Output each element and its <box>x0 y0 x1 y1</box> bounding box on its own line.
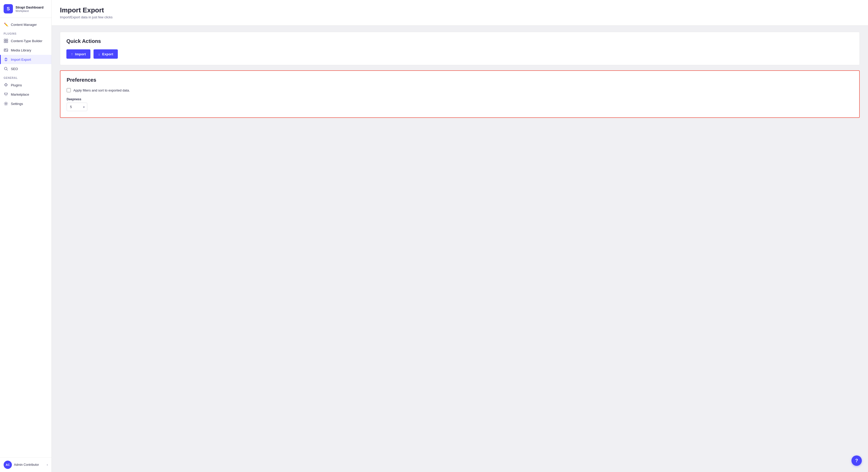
import-export-icon <box>4 57 8 62</box>
help-button[interactable]: ? <box>851 455 862 466</box>
preferences-title: Preferences <box>67 77 853 83</box>
deepness-select-wrapper: 1 2 3 4 5 6 7 8 9 10 ▾ <box>67 102 87 111</box>
media-library-icon <box>4 48 8 53</box>
avatar: AC <box>4 461 12 469</box>
sidebar-item-label: SEO <box>11 67 18 71</box>
sidebar-item-label: Marketplace <box>11 92 29 96</box>
sidebar-footer: AC Admin Contributor ‹ <box>0 457 52 472</box>
import-icon: ↑ <box>71 52 73 56</box>
page-header: Import Export Import/Export data in just… <box>52 0 868 26</box>
action-buttons: ↑ Import ↓ Export <box>66 49 853 59</box>
apply-filters-checkbox[interactable] <box>67 88 71 92</box>
preferences-card: Preferences Apply filters and sort to ex… <box>60 70 860 118</box>
brand-subtitle: Workplace <box>16 9 43 12</box>
sidebar-item-marketplace[interactable]: Marketplace <box>0 90 52 99</box>
deepness-field: Deepness 1 2 3 4 5 6 7 8 9 10 ▾ <box>67 97 853 111</box>
content-type-builder-icon <box>4 38 8 43</box>
quick-actions-card: Quick Actions ↑ Import ↓ Export <box>60 32 860 65</box>
import-button[interactable]: ↑ Import <box>66 49 90 59</box>
sidebar: S Strapi Dashboard Workplace ✏️ Content … <box>0 0 52 472</box>
sidebar-item-media-library[interactable]: Media Library <box>0 46 52 55</box>
svg-point-8 <box>6 95 7 96</box>
import-label: Import <box>75 52 86 56</box>
plugins-icon <box>4 83 8 87</box>
general-section-label: GENERAL <box>0 73 52 80</box>
main-content: Import Export Import/Export data in just… <box>52 0 868 472</box>
quick-actions-title: Quick Actions <box>66 38 853 44</box>
brand-text: Strapi Dashboard Workplace <box>16 5 43 12</box>
marketplace-icon <box>4 92 8 97</box>
sidebar-item-label: Import Export <box>11 58 31 61</box>
sidebar-item-content-type-builder[interactable]: Content-Type Builder <box>0 36 52 46</box>
sidebar-item-label: Settings <box>11 102 23 106</box>
brand: S Strapi Dashboard Workplace <box>0 0 52 18</box>
settings-icon <box>4 101 8 106</box>
help-icon: ? <box>855 458 858 464</box>
export-label: Export <box>102 52 114 56</box>
export-button[interactable]: ↓ Export <box>94 49 118 59</box>
page-title: Import Export <box>60 6 860 14</box>
content-manager-icon: ✏️ <box>4 22 8 27</box>
sidebar-item-label: Content-Type Builder <box>11 39 42 43</box>
sidebar-item-label: Plugins <box>11 83 22 87</box>
chevron-icon[interactable]: ‹ <box>47 463 48 467</box>
svg-rect-3 <box>6 41 8 43</box>
export-icon: ↓ <box>98 52 100 56</box>
svg-rect-1 <box>6 39 8 40</box>
svg-point-9 <box>5 103 7 105</box>
sidebar-item-label: Media Library <box>11 48 31 52</box>
page-content: Quick Actions ↑ Import ↓ Export Preferen… <box>52 26 868 124</box>
apply-filters-label: Apply filters and sort to exported data. <box>73 88 130 92</box>
sidebar-item-seo[interactable]: SEO <box>0 64 52 73</box>
svg-point-7 <box>5 95 6 96</box>
svg-rect-2 <box>4 41 6 43</box>
deepness-select[interactable]: 1 2 3 4 5 6 7 8 9 10 <box>67 102 87 111</box>
sidebar-item-import-export[interactable]: Import Export <box>0 55 52 64</box>
page-subtitle: Import/Export data in just few clicks <box>60 15 860 19</box>
plugins-section-label: PLUGINS <box>0 29 52 36</box>
deepness-label: Deepness <box>67 97 853 101</box>
sidebar-item-label: Content Manager <box>11 23 37 27</box>
sidebar-nav: ✏️ Content Manager PLUGINS Content-Type … <box>0 18 52 457</box>
brand-name: Strapi Dashboard <box>16 5 43 9</box>
sidebar-item-settings[interactable]: Settings <box>0 99 52 108</box>
sidebar-item-plugins[interactable]: Plugins <box>0 80 52 90</box>
sidebar-item-content-manager[interactable]: ✏️ Content Manager <box>0 20 52 29</box>
user-name: Admin Contributor <box>14 463 45 467</box>
svg-rect-0 <box>4 39 6 40</box>
brand-icon: S <box>4 4 13 13</box>
checkbox-row: Apply filters and sort to exported data. <box>67 88 853 92</box>
seo-icon <box>4 66 8 71</box>
